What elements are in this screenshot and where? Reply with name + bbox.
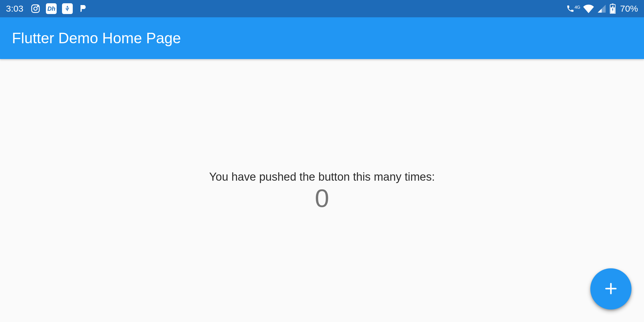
usb-icon [62,3,73,14]
disney-hotstar-icon: Dh [46,3,57,14]
phone-4g-icon: 4G [566,4,580,13]
battery-charging-icon [609,4,616,14]
status-bar-right: 4G 70% [566,3,638,14]
signal-icon [597,4,606,13]
svg-rect-4 [612,4,614,5]
pandora-icon [78,4,88,13]
app-bar: Flutter Demo Home Page [0,17,644,59]
status-bar: 3:03 Dh [0,0,644,17]
status-bar-left: 3:03 Dh [6,3,88,14]
battery-percent: 70% [620,4,638,14]
status-time: 3:03 [6,4,23,14]
increment-fab[interactable] [590,268,631,309]
plus-icon [603,280,619,298]
instagram-icon [30,4,41,14]
push-count-label: You have pushed the button this many tim… [209,171,435,183]
counter-value: 0 [315,185,329,211]
body: You have pushed the button this many tim… [0,59,644,322]
wifi-icon [583,3,594,14]
app-bar-title: Flutter Demo Home Page [12,30,181,47]
svg-point-1 [34,7,37,10]
svg-point-2 [38,6,38,7]
